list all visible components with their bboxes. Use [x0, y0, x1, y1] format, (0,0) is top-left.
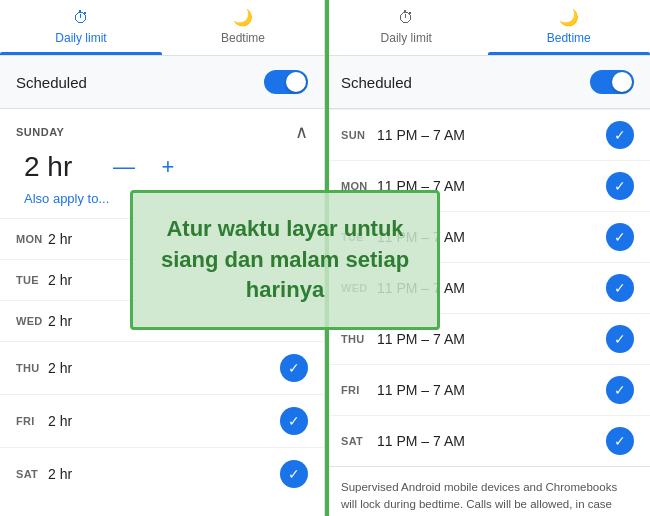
check-tue-right: ✓ — [606, 223, 634, 251]
footer-note: Supervised Android mobile devices and Ch… — [325, 466, 650, 516]
day-abbr-thu-right: THU — [341, 333, 377, 345]
right-day-row-sat: SAT 11 PM – 7 AM ✓ — [325, 415, 650, 466]
main-container: ⏱ Daily limit 🌙 Bedtime Scheduled SUNDAY… — [0, 0, 650, 516]
bedtime-time-thu: 11 PM – 7 AM — [377, 331, 606, 347]
sunday-label: SUNDAY — [16, 126, 64, 138]
check-sat-right: ✓ — [606, 427, 634, 455]
sunday-hours: 2 hr — [24, 151, 94, 183]
day-abbr-sun-right: SUN — [341, 129, 377, 141]
sunday-header: SUNDAY ∧ — [0, 109, 324, 147]
chevron-up-icon[interactable]: ∧ — [295, 121, 308, 143]
moon-icon-right: 🌙 — [559, 8, 579, 27]
tab-bedtime-right[interactable]: 🌙 Bedtime — [488, 8, 651, 55]
check-fri-right: ✓ — [606, 376, 634, 404]
overlay-box: Atur waktu layar untuk siang dan malam s… — [130, 190, 440, 330]
right-day-row-sun: SUN 11 PM – 7 AM ✓ — [325, 109, 650, 160]
check-thu-right: ✓ — [606, 325, 634, 353]
timer-icon-left: ⏱ — [73, 9, 89, 27]
day-time-fri-left: 2 hr — [48, 413, 280, 429]
tab-daily-limit-label-left: Daily limit — [55, 31, 106, 45]
check-thu-left: ✓ — [280, 354, 308, 382]
bedtime-time-sun: 11 PM – 7 AM — [377, 127, 606, 143]
tab-bedtime-label-right: Bedtime — [547, 31, 591, 45]
day-abbr-wed-left: WED — [16, 315, 48, 327]
day-abbr-sat-right: SAT — [341, 435, 377, 447]
tab-daily-limit-right[interactable]: ⏱ Daily limit — [325, 9, 488, 55]
timer-icon-right: ⏱ — [398, 9, 414, 27]
left-day-row-sat: SAT 2 hr ✓ — [0, 447, 324, 500]
check-mon-right: ✓ — [606, 172, 634, 200]
moon-icon-left: 🌙 — [233, 8, 253, 27]
scheduled-toggle-left[interactable] — [264, 70, 308, 94]
day-time-sat-left: 2 hr — [48, 466, 280, 482]
tab-daily-limit-left[interactable]: ⏱ Daily limit — [0, 9, 162, 55]
left-day-row-fri: FRI 2 hr ✓ — [0, 394, 324, 447]
left-tabs: ⏱ Daily limit 🌙 Bedtime — [0, 0, 324, 56]
scheduled-row-right: Scheduled — [325, 56, 650, 109]
check-fri-left: ✓ — [280, 407, 308, 435]
check-sat-left: ✓ — [280, 460, 308, 488]
plus-button[interactable]: + — [154, 153, 182, 181]
tab-daily-limit-label-right: Daily limit — [381, 31, 432, 45]
scheduled-toggle-right[interactable] — [590, 70, 634, 94]
bedtime-time-sat: 11 PM – 7 AM — [377, 433, 606, 449]
left-day-row-thu: THU 2 hr ✓ — [0, 341, 324, 394]
hour-control: 2 hr — + — [0, 147, 324, 187]
scheduled-row-left: Scheduled — [0, 56, 324, 109]
day-abbr-thu-left: THU — [16, 362, 48, 374]
day-abbr-tue-left: TUE — [16, 274, 48, 286]
check-wed-right: ✓ — [606, 274, 634, 302]
minus-button[interactable]: — — [110, 153, 138, 181]
right-tabs: ⏱ Daily limit 🌙 Bedtime — [325, 0, 650, 56]
check-sun-right: ✓ — [606, 121, 634, 149]
scheduled-label-right: Scheduled — [341, 74, 412, 91]
tab-bedtime-label-left: Bedtime — [221, 31, 265, 45]
overlay-text: Atur waktu layar untuk siang dan malam s… — [149, 214, 421, 306]
day-abbr-sat-left: SAT — [16, 468, 48, 480]
scheduled-label-left: Scheduled — [16, 74, 87, 91]
day-abbr-fri-left: FRI — [16, 415, 48, 427]
day-abbr-fri-right: FRI — [341, 384, 377, 396]
day-abbr-mon-left: MON — [16, 233, 48, 245]
day-time-thu-left: 2 hr — [48, 360, 280, 376]
bedtime-time-fri: 11 PM – 7 AM — [377, 382, 606, 398]
right-day-row-fri: FRI 11 PM – 7 AM ✓ — [325, 364, 650, 415]
tab-bedtime-left[interactable]: 🌙 Bedtime — [162, 8, 324, 55]
